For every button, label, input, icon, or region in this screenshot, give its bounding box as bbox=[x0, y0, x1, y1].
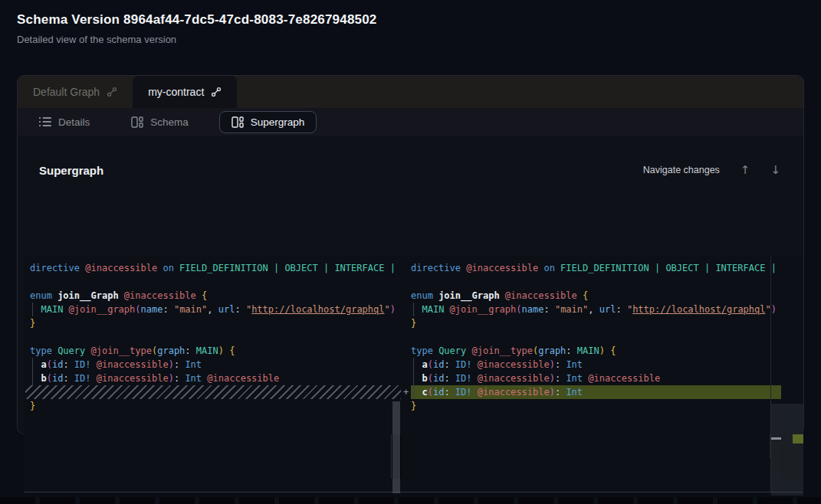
code-token: { bbox=[229, 345, 235, 356]
next-change-button[interactable]: ↓ bbox=[770, 165, 780, 176]
graph-variant-icon bbox=[107, 87, 117, 97]
code-token: } bbox=[411, 401, 416, 411]
code-token: } bbox=[30, 318, 35, 329]
code-token: type bbox=[30, 345, 52, 356]
code-token: name bbox=[141, 304, 163, 315]
code-token: ) bbox=[550, 387, 555, 398]
code-line: directive @inaccessible on FIELD_DEFINIT… bbox=[411, 261, 781, 275]
code-token: Int bbox=[185, 359, 202, 370]
page-subtitle: Detailed view of the schema version bbox=[17, 34, 176, 45]
code-token bbox=[169, 304, 174, 315]
code-token: ) bbox=[390, 304, 396, 315]
code-token: a bbox=[422, 359, 427, 370]
code-token bbox=[450, 373, 455, 384]
page-title: Schema Version 8964af44-7dc5-47cd-8083-7… bbox=[17, 12, 377, 28]
code-token bbox=[572, 345, 577, 356]
code-line: } bbox=[30, 316, 399, 330]
code-token: "main" bbox=[174, 304, 207, 315]
code-token: ) bbox=[550, 373, 555, 384]
code-token: graph bbox=[538, 345, 566, 356]
code-token: b bbox=[422, 373, 427, 384]
tab-supergraph[interactable]: Supergraph bbox=[219, 111, 317, 133]
code-token: @join__type bbox=[91, 345, 152, 356]
code-token: ) bbox=[169, 359, 174, 370]
code-token: ( bbox=[428, 373, 433, 384]
diff-modified-pane[interactable]: directive @inaccessible on FIELD_DEFINIT… bbox=[411, 256, 781, 492]
indent-guide bbox=[413, 358, 414, 371]
tab-my-contract[interactable]: my-contract bbox=[133, 76, 237, 108]
code-token: join__Graph bbox=[438, 290, 499, 301]
code-token: ID! bbox=[455, 359, 472, 370]
minimap-added-mark bbox=[793, 434, 803, 443]
code-token bbox=[196, 290, 202, 301]
code-token: : bbox=[444, 387, 449, 398]
code-token: id bbox=[433, 359, 444, 370]
code-line: a(id: ID! @inaccessible): Int bbox=[30, 358, 399, 371]
code-token: @inaccessible bbox=[478, 387, 550, 398]
code-token: b bbox=[41, 373, 46, 384]
code-token: http://localhost/graphql bbox=[632, 304, 765, 315]
indent-guide bbox=[413, 371, 414, 385]
code-token: } bbox=[411, 318, 416, 329]
indent-guide bbox=[32, 371, 33, 385]
variant-tab-bar: Default Graph my-contract bbox=[18, 76, 803, 108]
tab-details[interactable]: Details bbox=[28, 111, 100, 133]
code-token: ID! bbox=[74, 373, 91, 384]
tab-default-graph[interactable]: Default Graph bbox=[18, 76, 133, 108]
scrollbar-thumb[interactable] bbox=[392, 401, 400, 493]
code-token bbox=[472, 373, 478, 384]
diff-original-pane[interactable]: directive @inaccessible on FIELD_DEFINIT… bbox=[24, 256, 399, 492]
code-token: FIELD_DEFINITION | OBJECT | INTERFACE | bbox=[179, 263, 396, 273]
code-token bbox=[450, 359, 455, 370]
code-token: type bbox=[411, 345, 433, 356]
code-token bbox=[69, 359, 74, 370]
code-token: graph bbox=[157, 345, 185, 356]
code-token bbox=[444, 304, 449, 315]
code-token: @inaccessible bbox=[478, 359, 550, 370]
panel-header: Supergraph Navigate changes ↑ ↓ bbox=[39, 159, 780, 182]
code-line: MAIN @join__graph(name: "main", url: "ht… bbox=[411, 303, 781, 316]
code-token: : bbox=[444, 373, 449, 384]
code-token bbox=[85, 345, 90, 356]
code-token: ID! bbox=[74, 359, 91, 370]
code-token: ) bbox=[599, 345, 605, 356]
code-token: : bbox=[163, 304, 168, 315]
code-token: @inaccessible bbox=[478, 373, 550, 384]
code-token: : bbox=[444, 359, 449, 370]
previous-change-button[interactable]: ↑ bbox=[741, 165, 750, 176]
minimap bbox=[770, 256, 803, 492]
minimap-slider[interactable] bbox=[771, 404, 803, 496]
code-token: @inaccessible bbox=[207, 373, 279, 384]
code-token: ( bbox=[428, 387, 433, 398]
code-token: { bbox=[202, 290, 207, 301]
code-token: http://localhost/graphql bbox=[251, 304, 384, 315]
code-token bbox=[450, 387, 455, 398]
code-token: @join__graph bbox=[450, 304, 517, 315]
indent-guide bbox=[413, 385, 414, 399]
diff-added-marker: + bbox=[400, 385, 412, 399]
tab-schema[interactable]: Schema bbox=[120, 111, 199, 133]
code-token: : bbox=[185, 345, 190, 356]
graph-variant-icon bbox=[211, 87, 222, 97]
code-line: type Query @join__type(graph: MAIN) { bbox=[411, 344, 781, 358]
navigate-changes-label: Navigate changes bbox=[643, 165, 720, 175]
code-token bbox=[472, 387, 478, 398]
code-token: MAIN bbox=[196, 345, 218, 356]
code-token bbox=[191, 345, 196, 356]
code-token: directive bbox=[30, 263, 80, 273]
code-token: : bbox=[566, 345, 571, 356]
subtab-label: Details bbox=[58, 116, 90, 128]
code-token: @inaccessible bbox=[588, 373, 660, 384]
code-token: ) bbox=[550, 359, 555, 370]
subtab-label: Supergraph bbox=[251, 116, 305, 128]
list-icon bbox=[39, 116, 51, 127]
code-token: ( bbox=[135, 304, 140, 315]
code-line: enum join__Graph @inaccessible { bbox=[30, 289, 399, 303]
code-token: ( bbox=[47, 359, 52, 370]
code-token: url bbox=[218, 304, 235, 315]
code-token: on bbox=[163, 263, 173, 273]
code-token: , bbox=[207, 304, 212, 315]
code-line: a(id: ID! @inaccessible): Int bbox=[411, 358, 781, 371]
code-token: Int bbox=[566, 373, 583, 384]
code-token: Query bbox=[438, 345, 466, 356]
